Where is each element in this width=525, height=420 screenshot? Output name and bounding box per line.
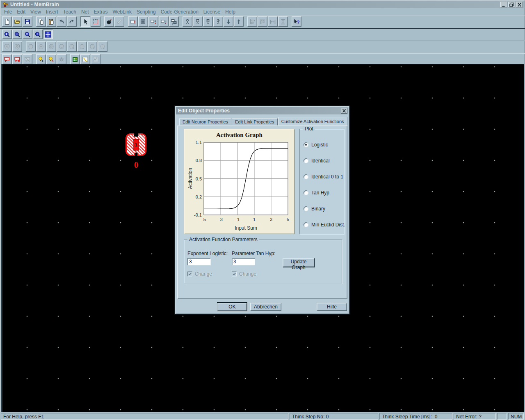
close-button[interactable] bbox=[516, 2, 523, 7]
toolbar-divider bbox=[0, 41, 525, 41]
restore-button[interactable] bbox=[508, 2, 515, 7]
window-minus-alert-button[interactable] bbox=[159, 16, 169, 27]
neuron-tool-1-button[interactable] bbox=[2, 41, 12, 52]
menu-item-edit[interactable]: Edit bbox=[14, 9, 28, 15]
menu-item-license[interactable]: License bbox=[201, 9, 223, 15]
open-file-button[interactable] bbox=[12, 16, 22, 27]
neuron-tool-10-button[interactable] bbox=[98, 41, 107, 52]
radio-tan-hyp[interactable]: Tan Hyp bbox=[304, 190, 329, 196]
radio-identical-0-to-1-label: Identical 0 to 1 bbox=[311, 174, 343, 180]
show-window-filled-button[interactable] bbox=[138, 16, 148, 27]
neuron-tool-7-button[interactable] bbox=[67, 41, 77, 52]
insert-neuron-button[interactable] bbox=[183, 16, 192, 27]
context-help-button[interactable]: ? bbox=[292, 16, 301, 27]
dialog-titlebar[interactable]: Edit Object Properties bbox=[176, 107, 348, 114]
toolbar-separator bbox=[33, 59, 36, 59]
zoom-out-button[interactable] bbox=[12, 30, 22, 39]
redo-button[interactable] bbox=[67, 16, 77, 27]
save-button[interactable] bbox=[23, 16, 32, 27]
neuron-tool-4-button[interactable] bbox=[36, 41, 46, 52]
stop-think-button[interactable] bbox=[46, 54, 56, 64]
cancel-button[interactable]: Abbrechen bbox=[250, 303, 281, 311]
menu-item-insert[interactable]: Insert bbox=[43, 9, 61, 15]
neuron-tool-8-button[interactable] bbox=[77, 41, 87, 52]
neuron-circle-hatched-button[interactable] bbox=[213, 16, 223, 27]
params-group-label: Activation Function Parameters bbox=[187, 237, 259, 242]
tab-edit-neuron-properties[interactable]: Edit Neuron Properties bbox=[179, 118, 231, 126]
space-vertical-button[interactable] bbox=[278, 16, 288, 27]
neuron-tool-9-button[interactable] bbox=[87, 41, 97, 52]
minimize-button[interactable] bbox=[500, 2, 507, 7]
radio-logistic-circle bbox=[304, 142, 308, 147]
new-file-button[interactable] bbox=[2, 16, 12, 27]
exponent-logistic-input[interactable] bbox=[187, 258, 211, 265]
selection-frame-button[interactable] bbox=[91, 16, 100, 27]
menu-item-scripting[interactable]: Scripting bbox=[134, 9, 158, 15]
insert-neuron-box-button[interactable] bbox=[193, 16, 203, 27]
update-graph-button[interactable]: Update Graph bbox=[283, 258, 315, 267]
move-up-button[interactable] bbox=[234, 16, 244, 27]
menu-item-teach[interactable]: Teach bbox=[61, 9, 79, 15]
speech-bubble-button[interactable] bbox=[2, 54, 12, 64]
menu-item-net[interactable]: Net bbox=[79, 9, 91, 15]
radio-identical[interactable]: Identical bbox=[304, 158, 330, 164]
menu-item-extras[interactable]: Extras bbox=[91, 9, 110, 15]
undo-button[interactable] bbox=[57, 16, 66, 27]
restore-icon bbox=[509, 2, 515, 7]
neuron-tool-5-button[interactable] bbox=[46, 41, 56, 52]
dialog-close-button[interactable] bbox=[341, 108, 347, 114]
menu-item-help[interactable]: Help bbox=[223, 9, 238, 15]
space-horizontal-button[interactable] bbox=[268, 16, 278, 27]
pan-button[interactable] bbox=[43, 30, 53, 39]
menu-item-code-generation[interactable]: Code-Generation bbox=[158, 9, 201, 15]
svg-text:-1: -1 bbox=[235, 217, 240, 222]
parameter-tan-hyp-input[interactable] bbox=[232, 258, 255, 265]
align-left-button[interactable] bbox=[247, 16, 257, 27]
neuron-tool-6-button[interactable] bbox=[57, 41, 66, 52]
menu-item-file[interactable]: File bbox=[2, 9, 14, 15]
change-checkbox-tan-hyp[interactable]: Change bbox=[232, 271, 256, 276]
show-window-alert-button[interactable] bbox=[128, 16, 138, 27]
select-pointer-button[interactable] bbox=[80, 16, 90, 27]
copy-button[interactable] bbox=[36, 16, 46, 27]
neuron-node[interactable]: 1 bbox=[126, 133, 146, 156]
window-plus-alert-button[interactable] bbox=[148, 16, 158, 27]
move-down-button[interactable] bbox=[224, 16, 233, 27]
ok-button[interactable]: OK bbox=[217, 303, 247, 311]
menu-item-view[interactable]: View bbox=[28, 9, 43, 15]
zoom-in-button[interactable] bbox=[2, 30, 12, 39]
window-titlebar[interactable]: Untitled - MemBrain bbox=[1, 1, 524, 8]
radio-binary[interactable]: Binary bbox=[304, 206, 325, 212]
neuron-tool-3-button[interactable] bbox=[26, 41, 36, 52]
cascade-windows-button[interactable] bbox=[169, 16, 179, 27]
speech-bubble-off-button[interactable] bbox=[23, 54, 32, 64]
net-error-viewer-button[interactable] bbox=[80, 54, 90, 64]
help-button[interactable]: Hilfe bbox=[317, 303, 347, 311]
tab-customize-activation-functions[interactable]: Customize Activation Functions bbox=[278, 117, 347, 126]
radio-identical-0-to-1[interactable]: Identical 0 to 1 bbox=[304, 174, 343, 180]
align-top-icon bbox=[259, 18, 266, 25]
zoom-rect-button[interactable] bbox=[23, 30, 32, 39]
radio-logistic[interactable]: Logistic bbox=[304, 142, 328, 148]
neuron-tool-2-button[interactable] bbox=[12, 41, 22, 52]
neuron-box-crossed-button[interactable] bbox=[203, 16, 213, 27]
speech-bubble-alert-button[interactable] bbox=[12, 54, 22, 64]
net-analysis-button[interactable] bbox=[91, 54, 100, 64]
debug-bug-button[interactable] bbox=[57, 54, 66, 64]
erase-button[interactable] bbox=[114, 16, 124, 27]
align-top-button[interactable] bbox=[258, 16, 267, 27]
neuron-input-notch bbox=[134, 133, 138, 137]
menu-item-weblink[interactable]: WebLink bbox=[110, 9, 134, 15]
change-checkbox-logistic[interactable]: Change bbox=[187, 271, 212, 276]
copy-icon bbox=[38, 18, 44, 25]
tab-edit-link-properties[interactable]: Edit Link Properties bbox=[232, 118, 277, 126]
paste-button[interactable] bbox=[46, 16, 56, 27]
radio-tan-hyp-label: Tan Hyp bbox=[311, 190, 329, 196]
start-think-button[interactable] bbox=[36, 54, 46, 64]
insert-link-button[interactable] bbox=[104, 16, 114, 27]
radio-binary-label: Binary bbox=[311, 206, 325, 212]
zoom-extents-button[interactable] bbox=[33, 30, 43, 39]
radio-min-euclid-dist[interactable]: Min Euclid Dist. bbox=[304, 222, 345, 228]
membrain-window: Untitled - MemBrain File Edit View Inser… bbox=[0, 0, 525, 420]
lesson-editor-button[interactable] bbox=[70, 54, 80, 64]
